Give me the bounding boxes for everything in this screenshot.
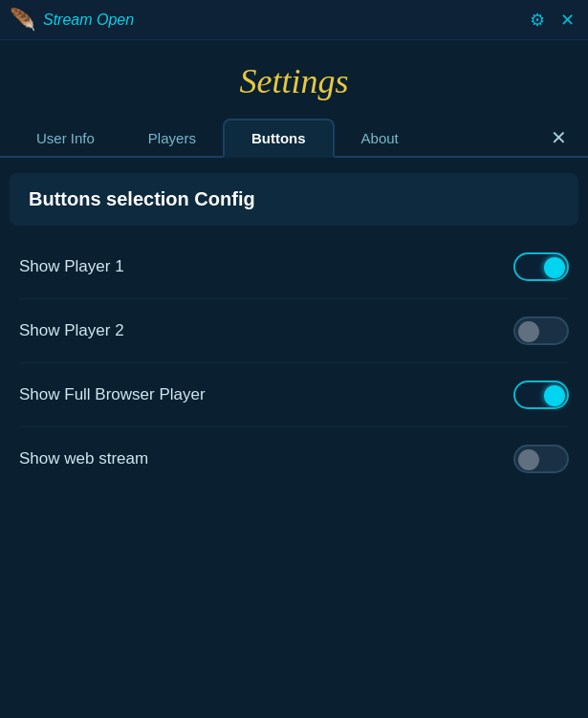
tab-players[interactable]: Players xyxy=(121,120,223,156)
panel-title: Buttons selection Config xyxy=(29,188,255,209)
settings-icon-button[interactable]: ⚙ xyxy=(526,10,549,31)
app-logo-icon: 🪶 xyxy=(10,8,35,33)
tabs-container: User Info Players Buttons About ✕ xyxy=(0,119,588,158)
buttons-panel: Buttons selection Config xyxy=(10,173,578,226)
toggle-thumb-show-web-stream xyxy=(518,449,539,470)
title-bar-right: ⚙ ✕ xyxy=(526,10,578,31)
setting-label-show-player-2: Show Player 2 xyxy=(19,321,124,340)
page-title: Settings xyxy=(240,61,349,101)
setting-label-show-web-stream: Show web stream xyxy=(19,449,148,468)
title-bar-left: 🪶 Stream Open xyxy=(10,8,134,33)
toggle-track-show-web-stream xyxy=(513,445,569,473)
close-window-button[interactable]: ✕ xyxy=(556,10,578,31)
setting-label-show-player-1: Show Player 1 xyxy=(19,257,124,276)
toggle-thumb-show-player-1 xyxy=(544,257,565,278)
setting-row-show-player-2: Show Player 2 xyxy=(19,299,569,363)
toggle-thumb-show-full-browser xyxy=(544,385,565,406)
main-content: Settings User Info Players Buttons About… xyxy=(0,40,588,718)
toggle-thumb-show-player-2 xyxy=(518,321,539,342)
setting-row-show-player-1: Show Player 1 xyxy=(19,235,569,299)
toggle-show-web-stream[interactable] xyxy=(513,445,569,473)
toggle-show-player-2[interactable] xyxy=(513,316,569,345)
toggle-track-show-player-2 xyxy=(513,316,569,345)
tab-buttons[interactable]: Buttons xyxy=(223,119,335,158)
tab-user-info[interactable]: User Info xyxy=(10,120,121,156)
close-tab-button[interactable]: ✕ xyxy=(543,120,575,155)
toggle-show-player-1[interactable] xyxy=(513,252,569,281)
toggle-show-full-browser[interactable] xyxy=(513,381,569,409)
toggle-track-show-full-browser xyxy=(513,381,569,409)
settings-rows: Show Player 1 Show Player 2 Show Full Br… xyxy=(0,226,588,500)
setting-label-show-full-browser: Show Full Browser Player xyxy=(19,385,206,404)
setting-row-show-full-browser: Show Full Browser Player xyxy=(19,363,569,427)
setting-row-show-web-stream: Show web stream xyxy=(19,427,569,490)
tab-about[interactable]: About xyxy=(335,120,425,156)
toggle-track-show-player-1 xyxy=(513,252,569,281)
app-title: Stream Open xyxy=(43,11,134,29)
title-bar: 🪶 Stream Open ⚙ ✕ xyxy=(0,0,588,40)
